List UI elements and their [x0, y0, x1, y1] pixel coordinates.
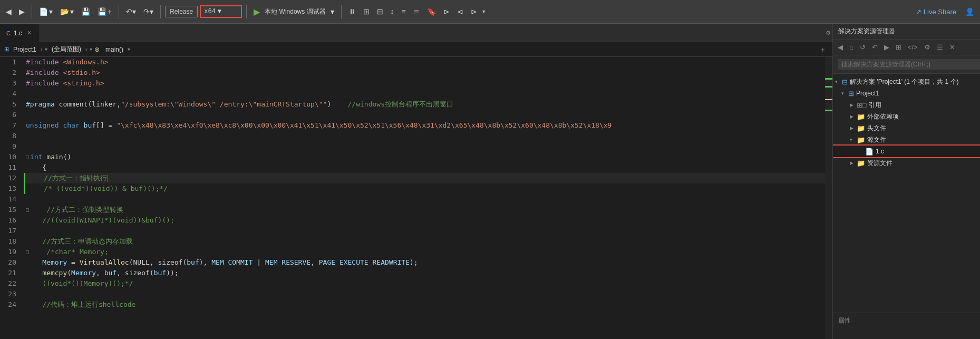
- release-config-button[interactable]: Release: [165, 6, 198, 17]
- line-num-19: 19: [0, 247, 21, 257]
- redo-button[interactable]: ↷▾: [141, 6, 156, 17]
- collapse-icon-19[interactable]: □: [26, 247, 29, 257]
- line-num-17: 17: [0, 226, 21, 236]
- nav-back-button[interactable]: ◀: [3, 6, 14, 17]
- toolbar-btn-5[interactable]: ≣: [411, 6, 422, 17]
- open-icon: 📂: [60, 7, 69, 16]
- breadcrumb-dropdown2[interactable]: ▾: [90, 46, 92, 52]
- play-button[interactable]: ▶: [251, 5, 263, 18]
- source-arrow: ▾: [850, 137, 855, 142]
- tab-1c[interactable]: C 1.c ✕: [0, 24, 40, 42]
- panel-settings-button[interactable]: ⚙: [921, 42, 933, 53]
- tab-settings-icon[interactable]: ⚙: [824, 26, 832, 39]
- panel-undo-button[interactable]: ↶: [869, 42, 880, 53]
- live-share-button[interactable]: ↗ Live Share: [911, 6, 960, 17]
- account-button[interactable]: 👤: [963, 6, 977, 17]
- tree-ref-node[interactable]: ▶ ⊞□ 引用: [833, 99, 980, 111]
- undo-button[interactable]: ↶▾: [123, 6, 139, 17]
- tree-header-node[interactable]: ▶ 📁 头文件: [833, 122, 980, 134]
- resource-label: 资源文件: [867, 159, 892, 168]
- ref-label: 引用: [869, 101, 881, 110]
- tree-solution-node[interactable]: ▾ ⊟ 解决方案 'Project1' (1 个项目，共 1 个): [833, 76, 980, 88]
- open-button[interactable]: 📂▾: [57, 6, 76, 17]
- code-line-16: //((void(WINAPI*)(void))&buf)();: [24, 215, 825, 226]
- breadcrumb-project[interactable]: Project1: [11, 45, 38, 54]
- code-editor[interactable]: #include <Windows.h> #include <stdio.h> …: [24, 57, 825, 339]
- main-content: C 1.c ✕ ⚙ ⊞ Project1 › ▾ (全局范围) › ▾ ⊛ ma…: [0, 24, 980, 339]
- panel-close-button[interactable]: ✕: [947, 42, 958, 53]
- new-file-button[interactable]: 📄▾: [36, 6, 55, 17]
- breadcrumb-bar: ⊞ Project1 › ▾ (全局范围) › ▾ ⊛ main() ▾ +: [0, 42, 832, 57]
- file-1c-label: 1.c: [876, 148, 884, 155]
- tree-external-node[interactable]: ▶ 📁 外部依赖项: [833, 111, 980, 122]
- save-all-button[interactable]: 💾+: [95, 6, 114, 17]
- toolbar-btn-7[interactable]: ⊳: [441, 6, 452, 17]
- search-container: [833, 55, 980, 74]
- panel-home-button[interactable]: ⌂: [847, 42, 856, 53]
- code-line-20: Memory = VirtualAlloc(NULL, sizeof(buf),…: [24, 257, 825, 268]
- breadcrumb-dropdown1[interactable]: ▾: [45, 46, 47, 52]
- code-line-23: [24, 289, 825, 299]
- panel-filter-button[interactable]: ⊞: [893, 42, 904, 53]
- breadcrumb-scope[interactable]: (全局范围): [50, 44, 83, 55]
- platform-chevron-icon: ▼: [218, 8, 221, 15]
- pause-button[interactable]: ⏸: [346, 6, 358, 17]
- tree-file-1c[interactable]: ▶ 📄 1.c: [833, 146, 980, 157]
- code-line-2: #include <stdio.h>: [24, 67, 825, 78]
- tab-filename: 1.c: [14, 30, 22, 37]
- scrollbar-gutter[interactable]: [825, 57, 832, 339]
- tree-source-node[interactable]: ▾ 📁 源文件: [833, 134, 980, 146]
- project-icon: ⊞: [848, 90, 854, 98]
- breadcrumb-function[interactable]: main(): [103, 45, 125, 54]
- collapse-icon-10[interactable]: □: [26, 152, 29, 162]
- panel-refresh-button[interactable]: ↺: [857, 42, 868, 53]
- toolbar-btn-8[interactable]: ⊲: [454, 6, 466, 17]
- line-num-14: 14: [0, 194, 21, 205]
- code-line-6: [24, 110, 825, 120]
- toolbar-btn-2[interactable]: ⊟: [374, 6, 386, 17]
- toolbar-btn-3[interactable]: ↕: [388, 6, 397, 17]
- line-num-24: 24: [0, 299, 21, 310]
- nav-forward-button[interactable]: ▶: [16, 6, 27, 17]
- save-button[interactable]: 💾: [79, 6, 93, 17]
- debug-dropdown-button[interactable]: ▾: [328, 6, 337, 17]
- tree-resource-node[interactable]: ▶ 📁 资源文件: [833, 157, 980, 169]
- line-num-15: 15: [0, 205, 21, 215]
- panel-back-button[interactable]: ◀: [835, 42, 846, 53]
- collapse-icon-15[interactable]: □: [26, 205, 29, 215]
- live-share-label: Live Share: [924, 8, 956, 16]
- line-num-2: 2: [0, 67, 21, 78]
- line-num-9: 9: [0, 141, 21, 152]
- tree-project-node[interactable]: ▾ ⊞ Project1: [833, 88, 980, 99]
- panel-more-button[interactable]: ☰: [934, 42, 946, 53]
- line-num-20: 20: [0, 257, 21, 268]
- solution-arrow: ▾: [835, 79, 840, 84]
- solution-icon: ⊟: [842, 78, 848, 86]
- platform-dropdown[interactable]: x64 ▼: [200, 5, 242, 18]
- panel-view-button[interactable]: </>: [905, 42, 920, 53]
- code-line-13: /* ((void*)(void)) & buf)();*/: [24, 183, 825, 194]
- solution-search-input[interactable]: [838, 59, 980, 70]
- toolbar-btn-9[interactable]: ⊳: [468, 6, 480, 17]
- source-icon: 📁: [857, 136, 865, 144]
- toolbar-btn-1[interactable]: ⊞: [361, 6, 372, 17]
- sep3: [160, 5, 161, 18]
- line-num-6: 6: [0, 110, 21, 120]
- breadcrumb-sep1: ›: [41, 46, 43, 53]
- tab-close-button[interactable]: ✕: [25, 29, 33, 37]
- code-line-4: [24, 89, 825, 99]
- line-num-18: 18: [0, 236, 21, 247]
- breadcrumb-dropdown3[interactable]: ▾: [128, 46, 130, 52]
- panel-forward-button[interactable]: ▶: [881, 42, 892, 53]
- code-line-7: unsigned char buf[] = "\xfc\x48\x83\xe4\…: [24, 120, 825, 131]
- code-line-9: [24, 141, 825, 152]
- add-tab-button[interactable]: +: [818, 44, 828, 55]
- toolbar-btn-6[interactable]: 🔖: [424, 6, 439, 17]
- breadcrumb-sep2: ›: [85, 46, 88, 53]
- code-line-22: ((void*())Memory)();*/: [24, 278, 825, 289]
- new-file-icon: 📄: [39, 7, 48, 16]
- code-line-14: [24, 194, 825, 205]
- scroll-mark-3: [825, 99, 832, 100]
- toolbar-btn-4[interactable]: ≡: [399, 6, 409, 17]
- line-num-12: 12: [0, 173, 21, 183]
